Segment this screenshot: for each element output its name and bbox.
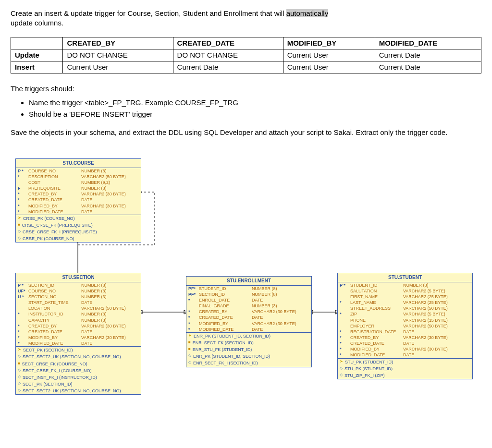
key-row: STU_PK (STUDENT_ID) <box>338 359 472 365</box>
key-row: SECT_SECT2_UK (SECTION_NO, COURSE_NO) <box>16 353 141 360</box>
column-row: *MODIFIED_DATEDATE <box>16 209 141 215</box>
column-row: *MODIFIED_DATEDATE <box>16 340 141 346</box>
column-row: *LAST_NAMEVARCHAR2 (25 BYTE) <box>338 300 472 305</box>
list-item: Name the trigger <table>_FP_TRG. Example… <box>29 98 481 108</box>
column-row: *INSTRUCTOR_IDNUMBER (8) <box>16 311 141 317</box>
column-row: *CREATED_BYVARCHAR2 (30 BYTE) <box>338 335 472 340</box>
header-created-date: CREATED_DATE <box>173 37 283 49</box>
column-row: *ENROLL_DATEDATE <box>186 297 311 303</box>
column-row: *MODIFIED_DATEDATE <box>186 327 311 332</box>
table-header-row: CREATED_BY CREATED_DATE MODIFIED_BY MODI… <box>11 37 481 49</box>
column-row: *CREATED_DATEDATE <box>16 329 141 335</box>
entity-title: STU.STUDENT <box>338 273 472 282</box>
entity-columns: P *COURSE_NONUMBER (8)*DESCRIPTIONVARCHA… <box>16 168 141 215</box>
entity-keys: STU_PK (STUDENT_ID)STU_PK (STUDENT_ID)ST… <box>338 359 472 379</box>
key-row: SECT_CRSE_FK_I (COURSE_NO) <box>16 367 141 374</box>
column-row: LOCATIONVARCHAR2 (50 BYTE) <box>16 305 141 311</box>
entity-title: STU.COURSE <box>16 159 141 168</box>
key-row: ENR_PK (STUDENT_ID, SECTION_ID) <box>186 353 311 360</box>
erd-diagram: STU.COURSE P *COURSE_NONUMBER (8)*DESCRI… <box>11 144 481 399</box>
entity-keys: CRSE_PK (COURSE_NO)CRSE_CRSE_FK (PREREQU… <box>16 215 141 242</box>
table-row: Insert Current User Current Date Current… <box>11 61 481 73</box>
column-row: UF*COURSE_NONUMBER (8) <box>16 288 141 294</box>
key-row: SECT_PK (SECTION_ID) <box>16 347 141 353</box>
entity-enrollment: STU.ENROLLMENT PF*STUDENT_IDNUMBER (8)PF… <box>186 276 312 367</box>
header-created-by: CREATED_BY <box>63 37 173 49</box>
entity-title: STU.SECTION <box>16 273 141 282</box>
column-row: *CREATED_DATEDATE <box>186 315 311 320</box>
key-row: ENR_STU_FK (STUDENT_ID) <box>186 346 311 353</box>
requirements-list: Name the trigger <table>_FP_TRG. Example… <box>29 98 481 120</box>
key-row: CRSE_PK (COURSE_NO) <box>16 235 141 242</box>
column-row: P *COURSE_NONUMBER (8) <box>16 168 141 174</box>
header-modified-date: MODIFIED_DATE <box>375 37 481 49</box>
header-blank <box>11 37 63 49</box>
column-row: *CREATED_BYVARCHAR2 (30 BYTE) <box>16 323 141 329</box>
column-row: *MODIFIED_BYVARCHAR2 (30 BYTE) <box>16 335 141 340</box>
key-row: SECT_PK (SECTION_ID) <box>16 381 141 387</box>
column-row: U *SECTION_NONUMBER (3) <box>16 294 141 300</box>
column-row: *MODIFIED_BYVARCHAR2 (30 BYTE) <box>16 203 141 209</box>
entity-section: STU.SECTION P *SECTION_IDNUMBER (8)UF*CO… <box>15 273 141 395</box>
entity-columns: P *SECTION_IDNUMBER (8)UF*COURSE_NONUMBE… <box>16 282 141 347</box>
column-row: FINAL_GRADENUMBER (3) <box>186 303 311 309</box>
key-row: ENR_PK (STUDENT_ID, SECTION_ID) <box>186 333 311 339</box>
key-row: SECT_CRSE_FK (COURSE_NO) <box>16 361 141 367</box>
entity-course: STU.COURSE P *COURSE_NONUMBER (8)*DESCRI… <box>15 158 141 242</box>
intro-text-2: update columns. <box>11 19 63 27</box>
key-row: SECT_SECT2_UK (SECTION_NO, COURSE_NO) <box>16 387 141 394</box>
column-row: SALUTATIONVARCHAR2 (5 BYTE) <box>338 288 472 294</box>
header-modified-by: MODIFIED_BY <box>283 37 375 49</box>
column-row: *CREATED_BYVARCHAR2 (30 BYTE) <box>186 309 311 315</box>
column-row: PF*SECTION_IDNUMBER (8) <box>186 291 311 297</box>
key-row: CRSE_CRSE_FK_I (PREREQUISITE) <box>16 229 141 235</box>
intro-text-1: Create an insert & update trigger for Co… <box>11 9 286 17</box>
column-row: *CREATED_DATEDATE <box>16 197 141 203</box>
key-row: CRSE_CRSE_FK (PREREQUISITE) <box>16 222 141 229</box>
column-row: FIRST_NAMEVARCHAR2 (25 BYTE) <box>338 294 472 300</box>
key-row: STU_PK (STUDENT_ID) <box>338 365 472 372</box>
save-paragraph: Save the objects in your schema, and ext… <box>11 128 481 137</box>
triggers-should-heading: The triggers should: <box>11 84 481 94</box>
column-row: *MODIFIED_BYVARCHAR2 (30 BYTE) <box>338 346 472 352</box>
column-row: *REGISTRATION_DATEDATE <box>338 329 472 335</box>
key-row: ENR_SECT_FK (SECTION_ID) <box>186 339 311 346</box>
entity-columns: PF*STUDENT_IDNUMBER (8)PF*SECTION_IDNUMB… <box>186 286 311 332</box>
column-row: *MODIFIED_DATEDATE <box>338 352 472 358</box>
audit-columns-table: CREATED_BY CREATED_DATE MODIFIED_BY MODI… <box>11 37 481 74</box>
key-row: STU_ZIP_FK_I (ZIP) <box>338 372 472 379</box>
column-row: *CREATED_BYVARCHAR2 (30 BYTE) <box>16 191 141 197</box>
intro-highlight: automatically <box>286 9 329 17</box>
list-item: Should be a 'BEFORE INSERT' trigger <box>29 109 481 119</box>
entity-title: STU.ENROLLMENT <box>186 277 311 286</box>
column-row: EMPLOYERVARCHAR2 (50 BYTE) <box>338 323 472 329</box>
column-row: *ZIPVARCHAR2 (5 BYTE) <box>338 311 472 317</box>
column-row: *MODIFIED_BYVARCHAR2 (30 BYTE) <box>186 321 311 327</box>
entity-student: STU.STUDENT P *STUDENT_IDNUMBER (8)SALUT… <box>337 273 473 379</box>
intro-paragraph: Create an insert & update trigger for Co… <box>11 9 481 28</box>
key-row: ENR_SECT_FK_I (SECTION_ID) <box>186 360 311 366</box>
key-row: CRSE_PK (COURSE_NO) <box>16 215 141 222</box>
entity-keys: ENR_PK (STUDENT_ID, SECTION_ID)ENR_SECT_… <box>186 333 311 367</box>
column-row: FPREREQUISITENUMBER (8) <box>16 185 141 191</box>
column-row: *DESCRIPTIONVARCHAR2 (50 BYTE) <box>16 174 141 180</box>
column-row: START_DATE_TIMEDATE <box>16 300 141 305</box>
column-row: COSTNUMBER (9,2) <box>16 180 141 185</box>
column-row: PHONEVARCHAR2 (15 BYTE) <box>338 317 472 323</box>
entity-keys: SECT_PK (SECTION_ID)SECT_SECT2_UK (SECTI… <box>16 347 141 394</box>
column-row: *CREATED_DATEDATE <box>338 340 472 346</box>
table-row: Update DO NOT CHANGE DO NOT CHANGE Curre… <box>11 49 481 61</box>
column-row: P *SECTION_IDNUMBER (8) <box>16 282 141 288</box>
column-row: CAPACITYNUMBER (3) <box>16 317 141 323</box>
column-row: PF*STUDENT_IDNUMBER (8) <box>186 286 311 291</box>
key-row: SECT_INST_FK_I (INSTRUCTOR_ID) <box>16 374 141 381</box>
column-row: STREET_ADDRESSVARCHAR2 (50 BYTE) <box>338 305 472 311</box>
entity-columns: P *STUDENT_IDNUMBER (8)SALUTATIONVARCHAR… <box>338 282 472 358</box>
column-row: P *STUDENT_IDNUMBER (8) <box>338 282 472 288</box>
